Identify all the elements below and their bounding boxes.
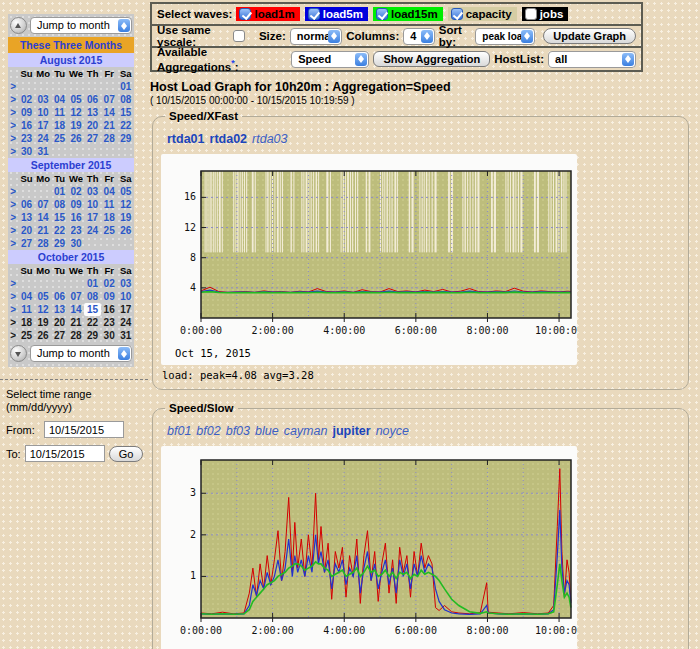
hostlist-select[interactable]: all [548, 51, 636, 68]
day-cell-13[interactable]: 13 [51, 303, 68, 316]
day-cell-23[interactable]: 23 [68, 224, 85, 237]
day-cell-29[interactable]: 29 [117, 132, 134, 145]
day-cell-27[interactable]: 27 [84, 132, 101, 145]
jump-to-month-select-bottom[interactable]: Jump to month [30, 345, 132, 362]
these-three-months-link[interactable]: These Three Months [8, 37, 134, 53]
day-cell-01[interactable]: 01 [51, 185, 68, 198]
wave-checkbox-load15m[interactable] [376, 8, 388, 20]
day-cell-15[interactable]: 15 [117, 106, 134, 119]
day-cell-28[interactable]: 28 [35, 237, 52, 250]
day-cell-18[interactable]: 18 [51, 119, 68, 132]
update-graph-button[interactable]: Update Graph [543, 28, 636, 44]
host-link-bf02[interactable]: bf02 [196, 424, 220, 438]
scroll-down-button[interactable] [10, 345, 27, 362]
day-cell-20[interactable]: 20 [18, 224, 35, 237]
day-cell-07[interactable]: 07 [35, 198, 52, 211]
day-cell-06[interactable]: 06 [84, 93, 101, 106]
day-cell-24[interactable]: 24 [84, 224, 101, 237]
day-cell-10[interactable]: 10 [84, 198, 101, 211]
day-cell-12[interactable]: 12 [68, 106, 85, 119]
day-cell-13[interactable]: 13 [18, 211, 35, 224]
week-link-arrow[interactable]: > [8, 277, 18, 290]
day-cell-04[interactable]: 04 [18, 290, 35, 303]
day-cell-05[interactable]: 05 [117, 185, 134, 198]
day-cell-15[interactable]: 15 [84, 303, 101, 316]
week-link-arrow[interactable]: > [8, 303, 18, 316]
day-cell-12[interactable]: 12 [117, 198, 134, 211]
day-cell-29[interactable]: 29 [51, 237, 68, 250]
day-cell-16[interactable]: 16 [18, 119, 35, 132]
day-cell-21[interactable]: 21 [101, 119, 118, 132]
day-cell-08[interactable]: 08 [84, 290, 101, 303]
day-cell-12[interactable]: 12 [35, 303, 52, 316]
day-cell-04[interactable]: 04 [101, 185, 118, 198]
wave-checkbox-load5m[interactable] [308, 8, 320, 20]
yscale-checkbox[interactable] [233, 30, 245, 42]
day-cell-15[interactable]: 15 [51, 211, 68, 224]
day-cell-20[interactable]: 20 [84, 119, 101, 132]
day-cell-14[interactable]: 14 [101, 106, 118, 119]
day-cell-19[interactable]: 19 [117, 211, 134, 224]
week-link-arrow[interactable]: > [8, 198, 18, 211]
host-link-rtda02[interactable]: rtda02 [210, 132, 248, 146]
day-cell-14[interactable]: 14 [35, 211, 52, 224]
day-cell-08[interactable]: 08 [51, 198, 68, 211]
day-cell-07[interactable]: 07 [68, 290, 85, 303]
day-cell-09[interactable]: 09 [68, 198, 85, 211]
day-cell-17[interactable]: 17 [84, 211, 101, 224]
day-cell-09[interactable]: 09 [101, 290, 118, 303]
day-cell-05[interactable]: 05 [68, 93, 85, 106]
week-link-arrow[interactable]: > [8, 145, 18, 158]
day-cell-11[interactable]: 11 [101, 198, 118, 211]
day-cell-02[interactable]: 02 [101, 277, 118, 290]
day-cell-19[interactable]: 19 [68, 119, 85, 132]
week-link-arrow[interactable]: > [8, 80, 18, 93]
day-cell-28[interactable]: 28 [101, 132, 118, 145]
day-cell-06[interactable]: 06 [51, 290, 68, 303]
host-link-bf01[interactable]: bf01 [167, 424, 191, 438]
day-cell-03[interactable]: 03 [84, 185, 101, 198]
day-cell-30[interactable]: 30 [18, 145, 35, 158]
day-cell-11[interactable]: 11 [18, 303, 35, 316]
day-cell-05[interactable]: 05 [35, 290, 52, 303]
day-cell-03[interactable]: 03 [117, 277, 134, 290]
day-cell-10[interactable]: 10 [117, 290, 134, 303]
day-cell-25[interactable]: 25 [101, 224, 118, 237]
day-cell-03[interactable]: 03 [35, 93, 52, 106]
wave-checkbox-capacity[interactable] [451, 8, 463, 20]
from-date-input[interactable] [44, 421, 124, 438]
day-cell-10[interactable]: 10 [35, 106, 52, 119]
jump-to-month-select-top[interactable]: Jump to month [30, 17, 132, 34]
day-cell-24[interactable]: 24 [35, 132, 52, 145]
day-cell-11[interactable]: 11 [51, 106, 68, 119]
day-cell-31[interactable]: 31 [35, 145, 52, 158]
go-button[interactable]: Go [109, 446, 144, 462]
week-link-arrow[interactable]: > [8, 93, 18, 106]
day-cell-13[interactable]: 13 [84, 106, 101, 119]
wave-checkbox-jobs[interactable] [525, 8, 537, 20]
day-cell-17[interactable]: 17 [35, 119, 52, 132]
day-cell-25[interactable]: 25 [51, 132, 68, 145]
host-link-rtda01[interactable]: rtda01 [167, 132, 205, 146]
host-link-noyce[interactable]: noyce [376, 424, 409, 438]
day-cell-16[interactable]: 16 [68, 211, 85, 224]
day-cell-27[interactable]: 27 [18, 237, 35, 250]
day-cell-18[interactable]: 18 [101, 211, 118, 224]
week-link-arrow[interactable]: > [8, 224, 18, 237]
day-cell-21[interactable]: 21 [35, 224, 52, 237]
day-cell-22[interactable]: 22 [51, 224, 68, 237]
size-select[interactable]: normal [290, 28, 342, 45]
host-link-cayman[interactable]: cayman [284, 424, 328, 438]
week-link-arrow[interactable]: > [8, 185, 18, 198]
week-link-arrow[interactable]: > [8, 290, 18, 303]
day-cell-09[interactable]: 09 [18, 106, 35, 119]
scroll-up-button[interactable] [10, 17, 27, 34]
host-link-jupiter[interactable]: jupiter [332, 424, 370, 438]
day-cell-01[interactable]: 01 [84, 277, 101, 290]
day-cell-02[interactable]: 02 [18, 93, 35, 106]
week-link-arrow[interactable]: > [8, 106, 18, 119]
day-cell-01[interactable]: 01 [117, 80, 134, 93]
to-date-input[interactable] [25, 445, 105, 462]
week-link-arrow[interactable]: > [8, 211, 18, 224]
wave-checkbox-load1m[interactable] [239, 8, 251, 20]
